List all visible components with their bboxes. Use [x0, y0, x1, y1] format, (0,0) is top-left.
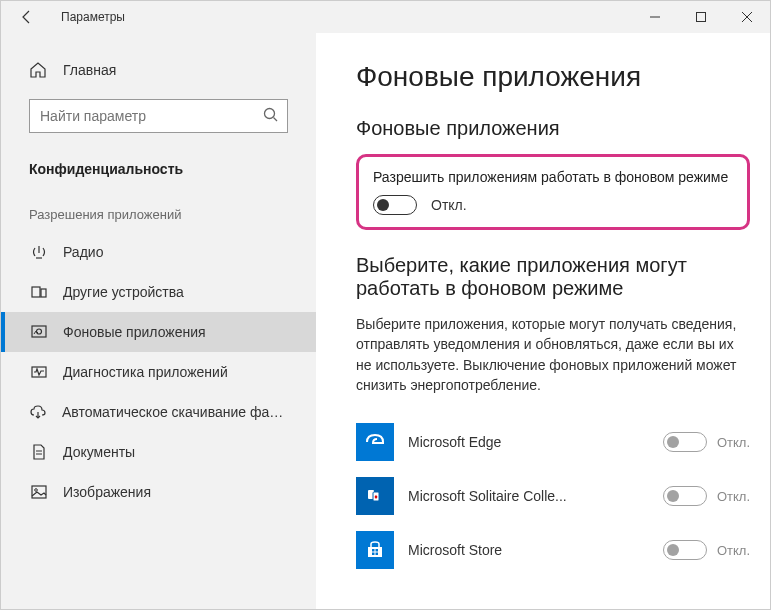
- app-name: Microsoft Solitaire Colle...: [408, 488, 649, 504]
- edge-icon: [356, 423, 394, 461]
- choose-apps-title: Выберите, какие приложения могут работат…: [356, 254, 750, 300]
- sidebar-item-label: Радио: [63, 244, 103, 260]
- svg-rect-21: [372, 549, 375, 552]
- arrow-left-icon: [19, 9, 35, 25]
- master-toggle[interactable]: [373, 195, 417, 215]
- app-toggle[interactable]: [663, 486, 707, 506]
- svg-rect-10: [32, 326, 46, 337]
- minimize-button[interactable]: [632, 1, 678, 33]
- sidebar-item-label: Фоновые приложения: [63, 324, 206, 340]
- svg-rect-22: [376, 549, 379, 552]
- svg-point-17: [35, 489, 38, 492]
- cloud-download-icon: [29, 403, 48, 421]
- diagnostics-icon: [29, 363, 49, 381]
- sidebar-item-other-devices[interactable]: Другие устройства: [1, 272, 316, 312]
- page-title: Фоновые приложения: [356, 61, 750, 93]
- sidebar-item-documents[interactable]: Документы: [1, 432, 316, 472]
- titlebar: Параметры: [1, 1, 770, 33]
- toggle-knob: [667, 544, 679, 556]
- permission-label: Разрешить приложениям работать в фоновом…: [373, 169, 733, 185]
- minimize-icon: [650, 12, 660, 22]
- home-icon: [29, 61, 49, 79]
- window-title: Параметры: [61, 10, 125, 24]
- highlight-box: Разрешить приложениям работать в фоновом…: [356, 154, 750, 230]
- close-icon: [742, 12, 752, 22]
- home-link[interactable]: Главная: [1, 53, 316, 87]
- app-toggle[interactable]: [663, 432, 707, 452]
- svg-rect-16: [32, 486, 46, 498]
- app-toggle-group: Откл.: [663, 432, 750, 452]
- sidebar-item-auto-download[interactable]: Автоматическое скачивание файлов: [1, 392, 316, 432]
- back-button[interactable]: [13, 3, 41, 31]
- sidebar-item-diagnostics[interactable]: Диагностика приложений: [1, 352, 316, 392]
- devices-icon: [29, 283, 49, 301]
- svg-rect-1: [697, 13, 706, 22]
- svg-text:♦: ♦: [374, 493, 378, 500]
- sidebar-item-label: Другие устройства: [63, 284, 184, 300]
- close-button[interactable]: [724, 1, 770, 33]
- toggle-knob: [667, 490, 679, 502]
- master-toggle-state: Откл.: [431, 197, 467, 213]
- sidebar-item-background-apps[interactable]: Фоновые приложения: [1, 312, 316, 352]
- svg-rect-8: [32, 287, 40, 297]
- app-toggle-state: Откл.: [717, 435, 750, 450]
- search-box[interactable]: [29, 99, 288, 133]
- app-toggle[interactable]: [663, 540, 707, 560]
- svg-rect-23: [372, 553, 375, 556]
- pictures-icon: [29, 483, 49, 501]
- maximize-icon: [696, 12, 706, 22]
- home-label: Главная: [63, 62, 116, 78]
- svg-rect-9: [41, 289, 46, 297]
- toggle-knob: [377, 199, 389, 211]
- app-name: Microsoft Store: [408, 542, 649, 558]
- search-icon: [262, 106, 280, 124]
- sidebar-item-pictures[interactable]: Изображения: [1, 472, 316, 512]
- svg-rect-24: [376, 553, 379, 556]
- store-icon: [356, 531, 394, 569]
- description-text: Выберите приложения, которые могут получ…: [356, 314, 750, 395]
- maximize-button[interactable]: [678, 1, 724, 33]
- sidebar-item-label: Автоматическое скачивание файлов: [62, 404, 288, 420]
- body: Главная Конфиденциальность Разрешения пр…: [1, 33, 770, 609]
- app-toggle-group: Откл.: [663, 540, 750, 560]
- app-row: Microsoft Edge Откл.: [356, 415, 750, 469]
- sidebar: Главная Конфиденциальность Разрешения пр…: [1, 33, 316, 609]
- radio-icon: [29, 243, 49, 261]
- svg-point-4: [265, 109, 275, 119]
- sidebar-item-radio[interactable]: Радио: [1, 232, 316, 272]
- documents-icon: [29, 443, 49, 461]
- content-area: Фоновые приложения Фоновые приложения Ра…: [316, 33, 770, 609]
- app-toggle-group: Откл.: [663, 486, 750, 506]
- solitaire-icon: ♦: [356, 477, 394, 515]
- category-label: Конфиденциальность: [1, 151, 316, 201]
- sidebar-item-label: Изображения: [63, 484, 151, 500]
- master-toggle-row: Откл.: [373, 195, 733, 215]
- app-toggle-state: Откл.: [717, 543, 750, 558]
- app-row: ♦ Microsoft Solitaire Colle... Откл.: [356, 469, 750, 523]
- sidebar-item-label: Диагностика приложений: [63, 364, 228, 380]
- svg-line-5: [274, 118, 278, 122]
- section-title: Фоновые приложения: [356, 117, 750, 140]
- sidebar-item-label: Документы: [63, 444, 135, 460]
- section-label: Разрешения приложений: [1, 201, 316, 232]
- search-input[interactable]: [29, 99, 288, 133]
- background-apps-icon: [29, 323, 49, 341]
- window-buttons: [632, 1, 770, 33]
- app-name: Microsoft Edge: [408, 434, 649, 450]
- settings-window: Параметры Главная Конфиденциальность Раз…: [0, 0, 771, 610]
- toggle-knob: [667, 436, 679, 448]
- svg-point-11: [37, 329, 42, 334]
- app-row: Microsoft Store Откл.: [356, 523, 750, 577]
- app-toggle-state: Откл.: [717, 489, 750, 504]
